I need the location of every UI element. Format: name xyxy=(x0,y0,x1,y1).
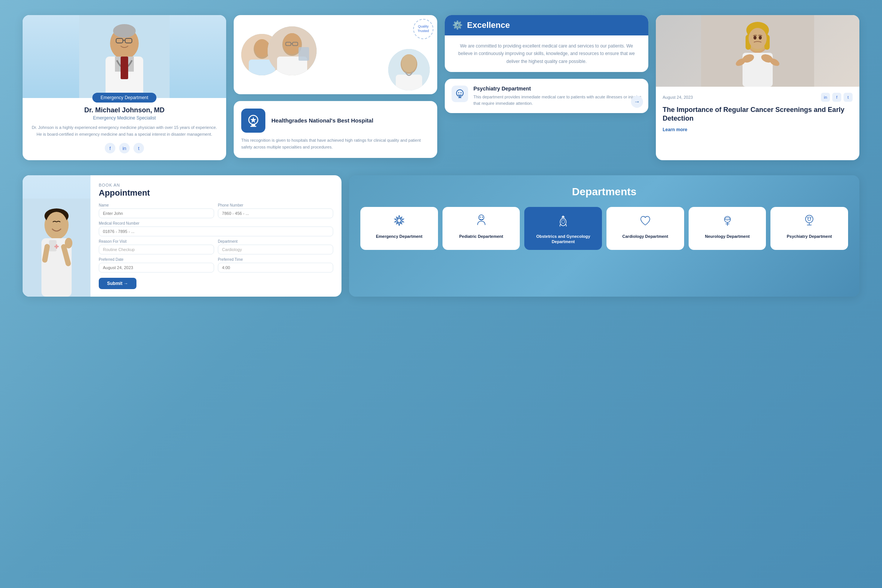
article-facebook-icon[interactable]: f xyxy=(832,93,841,102)
svg-point-71 xyxy=(810,218,811,219)
psychiatry-icon xyxy=(452,86,468,102)
article-card: August 24, 2023 in f t The Importance of… xyxy=(656,15,859,160)
name-label: Name xyxy=(99,203,214,207)
date-group: Preferred Date xyxy=(99,257,214,273)
departments-card: Departments Emergency Department xyxy=(349,175,859,297)
psychiatry-arrow-btn[interactable]: → xyxy=(631,96,643,108)
appointment-title: Appointment xyxy=(99,188,333,198)
facebook-icon[interactable]: f xyxy=(105,143,115,153)
healthgrades-card: Healthgrades National's Best Hospital Th… xyxy=(234,101,437,158)
dept-select[interactable]: Cardiology xyxy=(218,245,333,254)
svg-point-13 xyxy=(254,39,270,57)
doctor-bio: Dr. Johnson is a highly experienced emer… xyxy=(23,124,226,138)
team-photo-3 xyxy=(388,49,430,90)
doctor-social-icons: f in t xyxy=(105,143,144,153)
cardiology-icon xyxy=(639,214,652,230)
svg-point-44 xyxy=(749,28,767,49)
emergency-icon xyxy=(392,214,406,230)
article-body: August 24, 2023 in f t The Importance of… xyxy=(656,87,859,138)
svg-point-69 xyxy=(805,215,813,223)
svg-point-64 xyxy=(482,217,483,218)
svg-point-67 xyxy=(562,220,565,224)
dept-item-obstetrics[interactable]: Obstetrics and Gynecology Department xyxy=(524,207,602,250)
doctor-specialty: Emergency Medicine Specialist xyxy=(93,115,156,121)
svg-point-9 xyxy=(113,24,136,38)
dept-item-psychiatry[interactable]: Psychiatry Department xyxy=(770,207,848,250)
svg-rect-24 xyxy=(396,75,422,90)
doctor-image xyxy=(23,15,226,98)
obstetrics-label: Obstetrics and Gynecology Department xyxy=(528,234,598,245)
svg-point-34 xyxy=(461,92,462,93)
reason-select[interactable]: Routine Checkup xyxy=(99,245,214,254)
dept-item-emergency[interactable]: Emergency Department xyxy=(360,207,438,250)
article-twitter-icon[interactable]: t xyxy=(844,93,853,102)
dept-item-neurology[interactable]: Neurology Department xyxy=(689,207,766,250)
reason-group: Reason For Visit Routine Checkup xyxy=(99,239,214,254)
svg-point-70 xyxy=(808,218,809,219)
excellence-header: ⚙️ Excellence xyxy=(445,15,648,35)
psychiatry-dept-title: Psychiatry Department xyxy=(473,86,642,92)
dept-select-label: Department xyxy=(218,239,333,243)
phone-label: Phone Number xyxy=(218,203,333,207)
svg-rect-29 xyxy=(250,126,256,127)
svg-point-33 xyxy=(458,92,459,93)
learn-more-link[interactable]: Learn more xyxy=(663,127,853,132)
departments-grid: Emergency Department Pediatric Departeme… xyxy=(360,207,848,250)
time-group: Preferred Time xyxy=(218,257,333,273)
psychiatry-mini-card: Psychiatry Department This department pr… xyxy=(445,79,648,113)
team-card: QualityTrusted xyxy=(234,15,437,94)
article-linkedin-icon[interactable]: in xyxy=(821,93,830,102)
excellence-body: We are committed to providing excellent … xyxy=(445,35,648,72)
emergency-label: Emergency Department xyxy=(376,234,423,239)
award-badge: QualityTrusted xyxy=(413,19,433,39)
record-input[interactable] xyxy=(99,227,333,236)
svg-point-25 xyxy=(401,54,416,72)
article-social-icons: in f t xyxy=(821,93,853,102)
twitter-icon[interactable]: t xyxy=(133,143,144,153)
healthgrades-top: Healthgrades National's Best Hospital xyxy=(241,109,430,133)
svg-rect-21 xyxy=(299,47,309,61)
record-group: Medical Record Number xyxy=(99,221,333,236)
excellence-icon: ⚙️ xyxy=(452,20,462,30)
svg-point-45 xyxy=(753,36,756,40)
name-input[interactable] xyxy=(99,208,214,218)
article-title: The Importance of Regular Cancer Screeni… xyxy=(663,106,853,123)
team-photos: QualityTrusted xyxy=(234,15,437,94)
neurology-label: Neurology Department xyxy=(705,234,750,239)
phone-group: Phone Number xyxy=(218,203,333,218)
appointment-card: BOOK AN Appointment Name Phone Number Me… xyxy=(23,175,341,297)
svg-point-62 xyxy=(479,215,484,220)
date-input[interactable] xyxy=(99,263,214,273)
time-input[interactable] xyxy=(218,263,333,273)
excellence-card: ⚙️ Excellence We are committed to provid… xyxy=(445,15,648,72)
phone-input[interactable] xyxy=(218,208,333,218)
dept-group: Department Cardiology xyxy=(218,239,333,254)
svg-point-63 xyxy=(479,217,481,218)
neurology-icon xyxy=(721,214,734,230)
linkedin-icon[interactable]: in xyxy=(119,143,130,153)
article-meta: August 24, 2023 in f t xyxy=(663,93,853,102)
book-an-label: BOOK AN xyxy=(99,183,333,187)
form-row-name-phone: Name Phone Number xyxy=(99,203,333,218)
appointment-form: BOOK AN Appointment Name Phone Number Me… xyxy=(90,175,341,297)
dept-item-pediatric[interactable]: Pediatric Departement xyxy=(443,207,520,250)
svg-point-46 xyxy=(759,36,762,40)
record-label: Medical Record Number xyxy=(99,221,333,225)
svg-rect-60 xyxy=(56,244,57,249)
psychiatry-dept-item-label: Psychiatry Department xyxy=(787,234,832,239)
departments-title: Departments xyxy=(360,186,848,198)
submit-button[interactable]: Submit → xyxy=(99,278,136,289)
form-row-date-time: Preferred Date Preferred Time xyxy=(99,257,333,273)
dept-item-cardiology[interactable]: Cardiology Department xyxy=(606,207,684,250)
svg-rect-4 xyxy=(121,57,128,79)
svg-point-57 xyxy=(67,238,72,244)
article-date: August 24, 2023 xyxy=(663,95,693,100)
svg-point-52 xyxy=(46,212,67,237)
doctor-card: Emergency Department Dr. Michael Johnson… xyxy=(23,15,226,160)
reason-label: Reason For Visit xyxy=(99,239,214,243)
appointment-nurse-image xyxy=(23,175,90,297)
doctor-name: Dr. Michael Johnson, MD xyxy=(84,106,164,114)
name-group: Name xyxy=(99,203,214,218)
form-row-reason-dept: Reason For Visit Routine Checkup Departm… xyxy=(99,239,333,254)
pediatric-label: Pediatric Departement xyxy=(459,234,503,239)
